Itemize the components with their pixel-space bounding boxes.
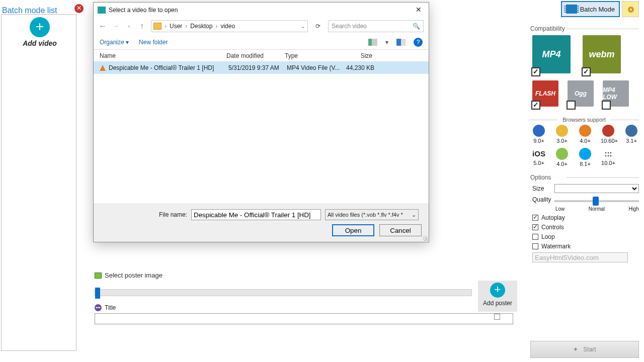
preview-pane-icon[interactable] [396, 39, 406, 46]
new-folder-button[interactable]: New folder [139, 39, 168, 46]
breadcrumb-item: Desktop [190, 23, 212, 30]
refresh-icon[interactable]: ⟳ [313, 23, 323, 30]
file-name-label: File name: [159, 211, 187, 218]
format-flash[interactable]: FLASH [532, 80, 560, 109]
format-checkbox[interactable] [531, 101, 540, 110]
nav-back-icon[interactable]: ← [99, 22, 107, 31]
resize-handle[interactable] [423, 236, 428, 241]
gear-icon [625, 4, 636, 15]
nav-forward-icon: → [112, 22, 120, 31]
tick-normal: Normal [589, 206, 605, 212]
add-poster-button[interactable]: + Add poster [478, 281, 517, 312]
title-icon: ••• [95, 304, 102, 311]
nav-up-icon[interactable]: ↑ [138, 22, 146, 31]
close-batch-list-icon[interactable]: ✕ [74, 4, 84, 13]
file-row[interactable]: Despicable Me - Official® Trailer 1 [HD]… [94, 62, 429, 74]
browser-firefox: 4.0+ [578, 125, 593, 144]
file-open-dialog: Select a video file to open ✕ ← → ▾ ↑ ›U… [93, 2, 429, 242]
browser-ie: 9.0+ [531, 125, 546, 144]
col-date[interactable]: Date modified [226, 52, 285, 59]
organize-menu[interactable]: Organize ▾ [100, 39, 129, 46]
search-input[interactable]: Search video 🔍 [328, 20, 424, 32]
breadcrumb[interactable]: ›User ›Desktop ›video ⌄ [151, 20, 308, 32]
cancel-button[interactable]: Cancel [379, 224, 422, 236]
help-icon[interactable]: ? [414, 38, 423, 47]
batch-list-title: Batch mode list [2, 6, 57, 15]
breadcrumb-item: video [220, 23, 235, 30]
poster-checkbox[interactable] [494, 314, 500, 320]
format-mp4 low[interactable]: MP4 LOW [603, 80, 631, 109]
watermark-checkbox[interactable] [532, 243, 538, 249]
browser-chrome: 3.0+ [554, 125, 570, 144]
format-mp4[interactable]: MP4 [532, 35, 573, 75]
file-name: Despicable Me - Official® Trailer 1 [HD] [109, 64, 228, 71]
add-video-button[interactable]: + Add video [17, 17, 62, 47]
plus-icon: + [30, 17, 50, 37]
browser-safari: 3.1+ [624, 125, 639, 144]
browser-ios: iOS5.0+ [531, 148, 546, 167]
controls-label: Controls [541, 224, 564, 231]
autoplay-checkbox[interactable] [532, 215, 538, 221]
format-checkbox[interactable] [531, 67, 540, 76]
format-ogg[interactable]: Ogg [568, 80, 596, 109]
controls-checkbox[interactable] [532, 224, 538, 230]
start-button[interactable]: ✦Start [530, 341, 639, 358]
poster-section-label: Select poster image [95, 272, 517, 279]
poster-timeline-slider[interactable] [95, 289, 472, 296]
dialog-titlebar: Select a video file to open ✕ [94, 3, 429, 18]
folder-icon [153, 23, 162, 30]
title-input[interactable] [95, 313, 513, 324]
dialog-close-button[interactable]: ✕ [412, 6, 426, 16]
slider-thumb[interactable] [95, 288, 100, 299]
options-label: Options [530, 174, 639, 181]
svg-point-1 [630, 9, 632, 11]
browser-windows: 8.1+ [578, 148, 593, 167]
quality-slider[interactable] [554, 200, 639, 202]
file-name-input[interactable] [191, 209, 321, 220]
view-mode-icon[interactable] [368, 39, 377, 46]
size-select[interactable] [554, 184, 639, 193]
watermark-input[interactable] [532, 252, 628, 262]
compatibility-label: Compatibility [530, 25, 639, 32]
batch-mode-button[interactable]: Batch Mode [561, 1, 620, 17]
file-size: 44,230 KB [343, 64, 378, 71]
col-name[interactable]: Name [100, 52, 226, 59]
col-type[interactable]: Type [285, 52, 341, 59]
format-checkbox[interactable] [567, 101, 576, 110]
search-placeholder: Search video [332, 23, 367, 30]
format-checkbox[interactable] [582, 67, 591, 76]
breadcrumb-item: User [170, 23, 182, 30]
image-icon [95, 273, 102, 279]
plus-icon: + [490, 283, 505, 298]
browser-android: 4.0+ [554, 148, 570, 167]
batch-list-panel [1, 14, 76, 351]
quality-label: Quality [532, 196, 551, 203]
open-button[interactable]: Open [332, 224, 374, 236]
format-checkbox[interactable] [602, 101, 611, 110]
tick-high: High [628, 206, 639, 212]
watermark-label: Watermark [541, 243, 571, 250]
tick-low: Low [555, 206, 565, 212]
settings-button[interactable] [622, 1, 639, 17]
autoplay-label: Autoplay [541, 214, 565, 221]
nav-dropdown-icon[interactable]: ▾ [125, 24, 133, 29]
title-section: ••• Title [95, 304, 517, 311]
col-size[interactable]: Size [341, 52, 376, 59]
file-list-header: Name Date modified Type Size [94, 50, 429, 62]
size-label: Size [532, 185, 551, 192]
wand-icon: ✦ [573, 346, 578, 353]
browsers-support-label: Browsers support [529, 117, 639, 123]
title-label: Title [105, 304, 116, 311]
add-poster-label: Add poster [478, 300, 517, 307]
browser-opera: 10.60+ [601, 125, 616, 144]
loop-checkbox[interactable] [532, 234, 538, 240]
search-icon: 🔍 [413, 23, 420, 30]
file-type-filter[interactable]: All video files (*.vob *.flv *.f4v *⌄ [325, 209, 419, 220]
browser-blackberry: :::10.0+ [601, 148, 616, 167]
file-type: MP4 Video File (V... [287, 64, 343, 71]
loop-label: Loop [541, 233, 555, 240]
file-date: 5/31/2019 9:37 AM [228, 64, 287, 71]
slider-thumb[interactable] [593, 197, 599, 206]
format-webm[interactable]: webm [583, 35, 623, 75]
vlc-cone-icon [100, 65, 106, 71]
